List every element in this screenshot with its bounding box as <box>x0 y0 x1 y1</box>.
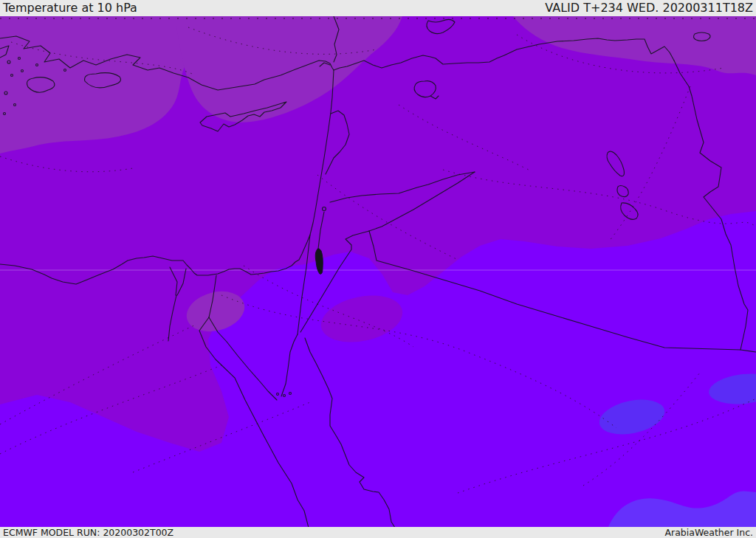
model-run-label: ECMWF MODEL RUN: 20200302T00Z <box>3 527 173 538</box>
credit-label: ArabiaWeather Inc. <box>665 527 753 538</box>
temperature-map-svg <box>0 16 756 527</box>
footer-bar: ECMWF MODEL RUN: 20200302T00Z ArabiaWeat… <box>0 527 756 538</box>
page-title: Temperature at 10 hPa <box>3 0 137 16</box>
map-area <box>0 16 756 527</box>
header-bar: Temperature at 10 hPa VALID T+234 WED. 2… <box>0 0 756 16</box>
valid-time-label: VALID T+234 WED. 20200311T18Z <box>545 0 753 16</box>
weather-map-frame: Temperature at 10 hPa VALID T+234 WED. 2… <box>0 0 756 538</box>
